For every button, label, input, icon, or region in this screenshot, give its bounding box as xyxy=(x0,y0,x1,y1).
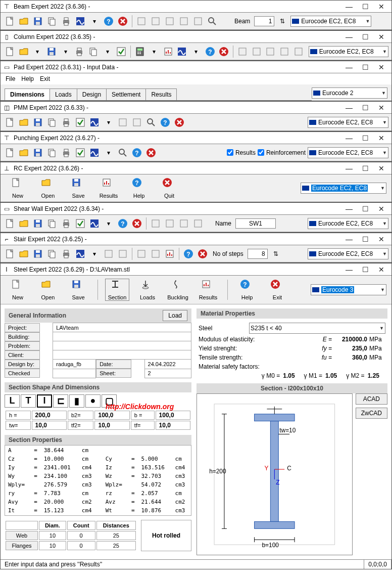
close-button[interactable]: ✕ xyxy=(373,264,389,275)
zwcad-button[interactable]: ZwCAD xyxy=(356,408,387,419)
excel-icon[interactable] xyxy=(131,116,143,128)
minimize-button[interactable]: — xyxy=(341,204,357,214)
tool-icon[interactable] xyxy=(192,15,204,27)
maximize-button[interactable]: ☐ xyxy=(357,62,373,72)
code-combo[interactable]: Eurocode EC2, EC8▼ xyxy=(308,248,388,259)
help-icon[interactable] xyxy=(131,147,143,159)
minimize-button[interactable]: — xyxy=(341,264,357,275)
maximize-button[interactable]: ☐ xyxy=(357,32,373,42)
shape-I[interactable]: I xyxy=(37,394,52,408)
close-icon[interactable] xyxy=(218,46,230,58)
close-button[interactable]: ✕ xyxy=(373,204,389,214)
help-icon[interactable] xyxy=(182,248,194,260)
save-icon[interactable] xyxy=(32,248,44,260)
tool-icon[interactable] xyxy=(292,46,305,58)
check-icon[interactable] xyxy=(74,147,86,159)
stepper-icon[interactable]: ⇅ xyxy=(270,248,282,260)
stair-icon[interactable] xyxy=(150,248,162,260)
tool-icon[interactable] xyxy=(150,15,162,27)
wave-icon[interactable] xyxy=(74,248,86,260)
maximize-button[interactable]: ☐ xyxy=(357,103,373,113)
new-icon[interactable] xyxy=(4,248,16,260)
results-button[interactable]: Results xyxy=(96,177,121,199)
stair-icon[interactable] xyxy=(135,248,148,260)
open-button[interactable]: Open xyxy=(36,177,60,199)
tool-icon[interactable] xyxy=(178,217,190,230)
print-icon[interactable] xyxy=(60,15,72,27)
check-icon[interactable] xyxy=(74,217,86,230)
minimize-button[interactable]: — xyxy=(341,2,357,12)
tab-dimensions[interactable]: Dimensions xyxy=(5,88,50,100)
results-icon[interactable] xyxy=(164,248,176,260)
help-icon[interactable] xyxy=(117,217,129,230)
close-button[interactable]: ✕ xyxy=(373,32,389,42)
exit-button[interactable]: Exit xyxy=(265,279,289,300)
print-icon[interactable] xyxy=(60,116,72,128)
save-icon[interactable] xyxy=(32,217,44,230)
tool-icon[interactable] xyxy=(278,46,290,58)
results-button[interactable]: Results xyxy=(196,279,220,300)
reinforcement-checkbox[interactable]: Reinforcement xyxy=(258,149,306,156)
code-combo[interactable]: Eurocode 2▼ xyxy=(312,87,387,99)
zoom-icon[interactable] xyxy=(206,15,218,27)
open-icon[interactable] xyxy=(18,116,30,128)
new-icon[interactable] xyxy=(4,46,16,58)
load-button[interactable]: Load xyxy=(163,310,187,321)
wave-icon[interactable] xyxy=(88,116,101,128)
close-icon[interactable] xyxy=(173,116,185,128)
new-button[interactable]: New xyxy=(6,279,30,300)
close-button[interactable]: ✕ xyxy=(373,2,389,12)
minimize-button[interactable]: — xyxy=(341,103,357,113)
steel-grade-combo[interactable]: S235 t < 40▼ xyxy=(249,323,385,334)
dropdown-icon[interactable]: ▾ xyxy=(88,15,101,27)
zoom-icon[interactable] xyxy=(145,116,157,128)
maximize-button[interactable]: ☐ xyxy=(357,234,373,244)
shape-circle[interactable]: ● xyxy=(85,394,101,408)
check-icon[interactable] xyxy=(116,46,128,58)
tab-design[interactable]: Design xyxy=(77,88,107,100)
code-combo[interactable]: Eurocode EC2, EC8▼ xyxy=(308,218,388,229)
code-combo[interactable]: Eurocode 3▼ xyxy=(311,284,386,295)
tool-icon[interactable] xyxy=(150,217,162,230)
help-icon[interactable] xyxy=(204,46,216,58)
close-button[interactable]: ✕ xyxy=(373,133,389,143)
beam-number-input[interactable] xyxy=(254,16,274,26)
new-icon[interactable] xyxy=(4,217,16,230)
minimize-button[interactable]: — xyxy=(341,32,357,42)
results-icon[interactable] xyxy=(162,46,174,58)
save-icon[interactable] xyxy=(32,147,44,159)
menu-exit[interactable]: Exit xyxy=(40,75,50,82)
copy-icon[interactable] xyxy=(46,248,58,260)
wave-icon[interactable] xyxy=(88,217,101,230)
copy-icon[interactable] xyxy=(46,116,58,128)
code-combo[interactable]: Eurocode EC2, EC8▼ xyxy=(309,46,388,57)
new-button[interactable]: New xyxy=(6,177,30,199)
close-button[interactable]: ✕ xyxy=(373,163,389,173)
save-button[interactable]: Save xyxy=(66,279,90,300)
tool-icon[interactable] xyxy=(117,116,129,128)
open-icon[interactable] xyxy=(18,248,30,260)
tab-loads[interactable]: Loads xyxy=(50,88,77,100)
shape-C[interactable]: ⊏ xyxy=(53,394,68,408)
save-icon[interactable] xyxy=(32,15,44,27)
open-icon[interactable] xyxy=(18,147,30,159)
buckling-button[interactable]: Buckling xyxy=(166,279,190,300)
print-icon[interactable] xyxy=(74,46,86,58)
print-icon[interactable] xyxy=(60,248,72,260)
tool-icon[interactable] xyxy=(192,217,204,230)
quit-button[interactable]: Quit xyxy=(157,177,181,199)
name-input[interactable] xyxy=(235,218,276,229)
code-combo[interactable]: Eurocode EC2, EC8▼ xyxy=(308,147,388,158)
new-icon[interactable] xyxy=(4,116,16,128)
save-icon[interactable] xyxy=(32,116,44,128)
close-icon[interactable] xyxy=(145,147,157,159)
shape-L[interactable]: L xyxy=(5,394,20,408)
new-icon[interactable] xyxy=(4,15,16,27)
minimize-button[interactable]: — xyxy=(341,133,357,143)
close-button[interactable]: ✕ xyxy=(373,62,389,72)
zoom-icon[interactable] xyxy=(117,147,129,159)
tool-icon[interactable] xyxy=(164,15,176,27)
help-icon[interactable] xyxy=(103,15,115,27)
open-button[interactable]: Open xyxy=(36,279,60,300)
tool-icon[interactable] xyxy=(135,15,148,27)
